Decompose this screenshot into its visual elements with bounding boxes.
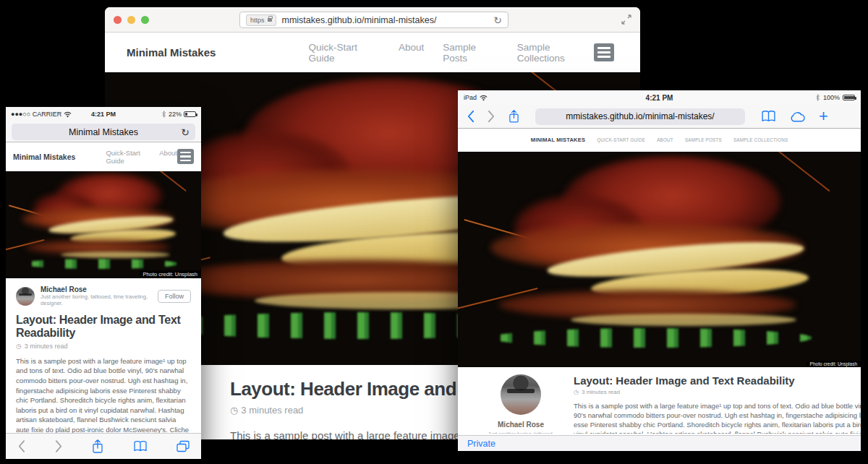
photo-credit: Photo credit: Unsplash [140,270,201,278]
url-text: mmistakes.github.io/minimal-mistakes/ [282,15,494,25]
private-button[interactable]: Private [467,439,495,449]
url-text: mmistakes.github.io/minimal-mistakes/ [566,111,714,121]
share-icon[interactable] [509,109,519,124]
address-bar[interactable]: Minimal Mistakes ↻ [12,124,195,140]
author-name: Michael Rose [498,421,544,429]
https-label: https [250,17,265,24]
clock-icon: ◷ [16,343,22,350]
author-avatar [16,287,35,306]
bookmarks-icon[interactable] [133,440,148,452]
masthead-nav: Quick-Start Guide About Sample Posts Sam… [308,42,594,64]
nav-about[interactable]: About [159,149,177,165]
nav-quick-start-guide[interactable]: Quick-Start Guide [106,149,149,165]
author-sidebar: Michael Rose Just another boring, tattoo… [478,374,563,434]
nav-about[interactable]: About [399,42,424,64]
bookmarks-icon[interactable] [761,110,776,123]
lock-icon [268,18,272,22]
clock-icon: ◷ [574,389,579,395]
reload-icon[interactable]: ↻ [181,127,190,137]
reload-icon[interactable]: ↻ [493,15,502,25]
status-time: 4:21 PM [458,94,861,102]
masthead-nav: Quick-Start Guide About [106,149,177,165]
back-icon[interactable] [17,439,25,453]
nav-sample-collections[interactable]: Sample Collections [517,42,594,64]
ipad-article: Michael Rose Just another boring, tattoo… [458,367,861,434]
battery-percent: 22% [169,111,182,118]
hamburger-menu-button[interactable] [594,43,614,61]
https-badge: https [246,14,276,26]
site-title-link[interactable]: MINIMAL MISTAKES [531,137,585,143]
nav-about[interactable]: ABOUT [657,137,673,142]
private-browsing-bar: Private [458,435,861,451]
leaf-photo: Photo credit: Unsplash [458,152,861,367]
bluetooth-icon [161,111,166,118]
site-masthead: Minimal Mistakes Quick-Start Guide About… [105,33,640,72]
site-masthead: MINIMAL MISTAKES QUICK-START GUIDE ABOUT… [458,129,861,152]
follow-button[interactable]: Follow [158,290,191,303]
nav-sample-posts[interactable]: SAMPLE POSTS [685,137,722,142]
clock-icon: ◷ [230,405,238,416]
safari-toolbar: mmistakes.github.io/minimal-mistakes/ + [458,105,861,129]
battery-icon [184,111,196,117]
fullscreen-icon[interactable] [621,14,631,25]
nav-quick-start-guide[interactable]: Quick-Start Guide [308,42,380,64]
ipad-status-bar: iPad 4:21 PM 100% [458,90,861,105]
ipad-screen: iPad 4:21 PM 100% mmistakes.github.io/mi… [458,90,861,451]
nav-quick-start-guide[interactable]: QUICK-START GUIDE [597,137,645,142]
iphone-article: Michael Rose Just another boring, tattoo… [6,278,201,433]
minimize-window-button[interactable] [127,16,135,24]
new-tab-icon[interactable]: + [819,108,828,124]
safari-bottom-toolbar [6,433,201,459]
close-window-button[interactable] [114,16,122,24]
leaf-photo: Photo credit: Unsplash [6,171,201,278]
author-avatar [501,374,541,415]
back-icon[interactable] [467,110,475,123]
post-title: Layout: Header Image and Text Readabilit… [16,314,191,340]
icloud-tabs-icon[interactable] [789,111,806,122]
nav-sample-posts[interactable]: Sample Posts [443,42,498,64]
zoom-window-button[interactable] [141,16,149,24]
tabs-icon[interactable] [176,440,190,452]
site-title-link[interactable]: Minimal Mistakes [13,152,75,161]
read-time: ◷ 3 minutes read [16,343,191,350]
share-icon[interactable] [92,439,103,454]
iphone-screen: ●●●○○ CARRIER 4:21 PM 22% Minimal Mistak… [6,107,201,459]
bluetooth-icon [815,94,820,101]
iphone-status-bar: ●●●○○ CARRIER 4:21 PM 22% [6,107,201,121]
wifi-icon [480,95,488,101]
browser-toolbar: https mmistakes.github.io/minimal-mistak… [105,7,640,33]
site-masthead: Minimal Mistakes Quick-Start Guide About [6,142,201,171]
author-row: Michael Rose Just another boring, tattoo… [16,285,191,306]
post-title: Layout: Header Image and Text Readabilit… [574,374,861,387]
read-time: ◷ 3 minutes read [574,389,861,395]
forward-icon[interactable] [488,110,495,123]
iphone-url-row: Minimal Mistakes ↻ [6,121,201,142]
post-body: This is a sample post with a large featu… [574,401,861,434]
device-label: iPad [464,94,477,101]
photo-credit: Photo credit: Unsplash [807,361,861,367]
nav-sample-collections[interactable]: SAMPLE COLLECTIONS [733,137,788,142]
address-bar[interactable]: https mmistakes.github.io/minimal-mistak… [239,12,509,28]
author-bio: Just another boring, tattooed, time trav… [41,293,152,306]
post-body-p1: This is a sample post with a large featu… [16,356,191,433]
author-bio: Just another boring, tattooed, [488,431,553,434]
site-title-link[interactable]: Minimal Mistakes [127,46,216,59]
hamburger-menu-button[interactable] [177,149,194,164]
traffic-lights [114,16,155,24]
address-bar[interactable]: mmistakes.github.io/minimal-mistakes/ [535,108,745,125]
forward-icon[interactable] [55,439,63,453]
author-name: Michael Rose [41,285,152,293]
url-text: Minimal Mistakes [69,127,138,137]
battery-icon [843,95,855,100]
battery-percent: 100% [823,94,840,101]
